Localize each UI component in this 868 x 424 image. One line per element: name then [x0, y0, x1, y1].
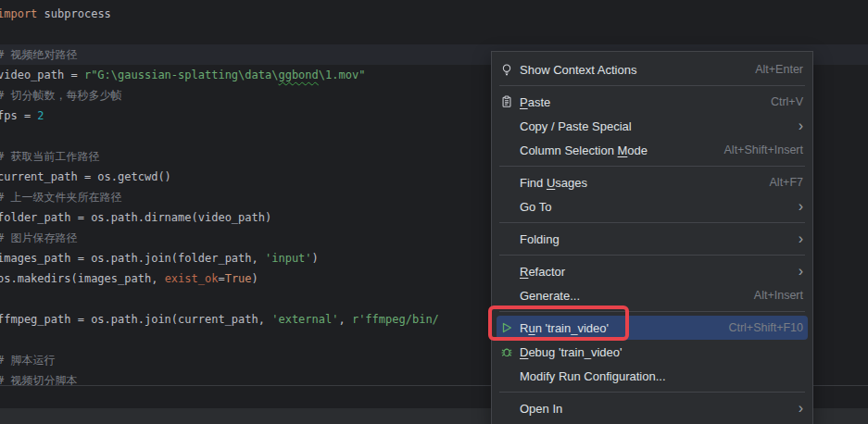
menu-shortcut: Ctrl+Shift+F10	[728, 321, 803, 334]
menu-item-label: Refactor	[520, 265, 565, 279]
menu-shortcut: Alt+F7	[770, 176, 803, 189]
menu-item-folding[interactable]: Folding›	[492, 227, 812, 251]
submenu-arrow-icon: ›	[799, 118, 803, 133]
pycharm-editor-screen: import osimport subprocess# 视频绝对路径video_…	[0, 0, 868, 424]
paste-icon	[499, 94, 514, 109]
menu-item-modify-run-configuration[interactable]: Modify Run Configuration...	[492, 364, 812, 388]
menu-item-label: Folding	[520, 232, 560, 246]
menu-item-generate[interactable]: Generate...Alt+Insert	[492, 283, 812, 307]
menu-item-label: Paste	[520, 95, 550, 109]
annotation-red-box	[488, 306, 629, 341]
empty-icon-slot	[499, 264, 514, 279]
menu-shortcut: Alt+Insert	[754, 289, 803, 302]
menu-separator	[499, 392, 805, 393]
submenu-arrow-icon: ›	[799, 199, 803, 214]
empty-icon-slot	[499, 143, 514, 157]
menu-item-label: Generate...	[520, 289, 580, 303]
menu-separator	[499, 255, 805, 256]
submenu-arrow-icon: ›	[799, 264, 803, 279]
menu-item-paste[interactable]: PasteCtrl+V	[492, 90, 812, 114]
empty-icon-slot	[499, 401, 514, 416]
menu-item-label: Open In	[520, 402, 562, 416]
menu-shortcut: Ctrl+V	[771, 95, 803, 108]
empty-icon-slot	[499, 118, 514, 133]
menu-shortcut: Alt+Shift+Insert	[724, 143, 803, 156]
empty-icon-slot	[499, 368, 514, 383]
menu-item-label: Find Usages	[520, 176, 587, 190]
menu-item-open-in[interactable]: Open In›	[492, 396, 812, 420]
menu-item-label: Debug 'train_video'	[520, 345, 622, 359]
menu-item-label: Copy / Paste Special	[520, 119, 632, 133]
menu-item-find-usages[interactable]: Find UsagesAlt+F7	[492, 170, 812, 194]
menu-separator	[499, 85, 805, 86]
menu-item-column-selection-mode[interactable]: Column Selection ModeAlt+Shift+Insert	[492, 138, 812, 162]
menu-item-label: Go To	[520, 200, 551, 214]
submenu-arrow-icon: ›	[799, 401, 803, 416]
menu-item-go-to[interactable]: Go To›	[492, 194, 812, 218]
menu-shortcut: Alt+Enter	[755, 63, 803, 76]
code-line: import subprocess	[0, 4, 868, 24]
menu-item-show-context-actions[interactable]: Show Context ActionsAlt+Enter	[492, 57, 812, 81]
empty-icon-slot	[499, 199, 514, 214]
empty-icon-slot	[499, 288, 514, 303]
empty-icon-slot	[499, 175, 514, 190]
debug-icon	[499, 344, 514, 359]
menu-item-debug-train-video[interactable]: Debug 'train_video'	[492, 340, 812, 364]
menu-item-refactor[interactable]: Refactor›	[492, 259, 812, 283]
menu-separator	[499, 222, 805, 223]
editor-context-menu: Show Context ActionsAlt+EnterPasteCtrl+V…	[491, 51, 813, 424]
menu-item-copy-paste-special[interactable]: Copy / Paste Special›	[492, 114, 812, 138]
menu-item-label: Column Selection Mode	[520, 143, 648, 157]
menu-item-label: Show Context Actions	[520, 63, 636, 77]
lightbulb-icon	[499, 62, 514, 77]
menu-item-label: Modify Run Configuration...	[520, 369, 666, 383]
menu-separator	[499, 166, 805, 167]
submenu-arrow-icon: ›	[799, 231, 803, 246]
empty-icon-slot	[499, 231, 514, 246]
code-line	[0, 24, 868, 44]
